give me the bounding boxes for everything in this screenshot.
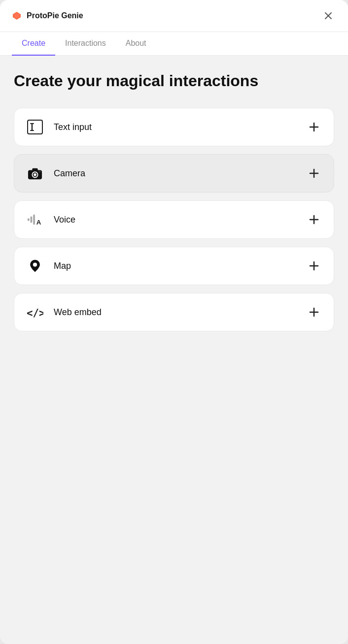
item-card-web-embed[interactable]: </> Web embed xyxy=(14,293,334,331)
plus-icon-map xyxy=(309,260,319,271)
plus-icon-voice xyxy=(309,214,319,225)
plus-icon-text-input xyxy=(309,122,319,132)
item-label-map: Map xyxy=(54,261,71,271)
item-label-web-embed: Web embed xyxy=(54,307,102,318)
svg-rect-18 xyxy=(31,217,33,223)
tab-interactions[interactable]: Interactions xyxy=(55,32,116,56)
item-card-text-input[interactable]: Text input xyxy=(14,108,334,146)
text-input-icon xyxy=(26,118,44,136)
svg-rect-19 xyxy=(33,215,35,225)
add-map-button[interactable] xyxy=(306,258,322,274)
add-voice-button[interactable] xyxy=(306,212,322,227)
web-embed-icon: </> xyxy=(26,303,44,321)
add-web-embed-button[interactable] xyxy=(306,304,322,320)
svg-rect-4 xyxy=(28,120,42,134)
tabs-bar: Create Interactions About xyxy=(0,32,348,56)
item-left-map: Map xyxy=(26,257,71,275)
svg-text:</>: </> xyxy=(27,308,43,320)
item-left-text-input: Text input xyxy=(26,118,92,136)
map-icon xyxy=(26,257,44,275)
page-title: Create your magical interactions xyxy=(14,71,334,90)
item-card-voice[interactable]: A Voice xyxy=(14,200,334,239)
camera-icon xyxy=(26,164,44,182)
item-label-text-input: Text input xyxy=(54,122,92,132)
protopie-logo-icon xyxy=(12,11,22,21)
title-bar: ProtoPie Genie xyxy=(0,0,348,32)
item-card-map[interactable]: Map xyxy=(14,247,334,285)
main-content: Create your magical interactions Text in… xyxy=(0,56,348,644)
close-icon xyxy=(324,12,332,20)
add-text-input-button[interactable] xyxy=(306,119,322,135)
svg-point-12 xyxy=(34,173,36,176)
title-bar-left: ProtoPie Genie xyxy=(12,11,83,21)
voice-icon: A xyxy=(26,211,44,228)
svg-point-23 xyxy=(33,263,37,267)
app-window: ProtoPie Genie Create Interactions About… xyxy=(0,0,348,644)
tab-create[interactable]: Create xyxy=(12,32,55,56)
close-button[interactable] xyxy=(320,8,336,24)
add-camera-button[interactable] xyxy=(306,165,322,181)
item-label-camera: Camera xyxy=(54,168,85,179)
plus-icon-camera xyxy=(309,168,319,179)
plus-icon-web-embed xyxy=(309,307,319,318)
app-title: ProtoPie Genie xyxy=(27,11,83,20)
item-left-voice: A Voice xyxy=(26,211,75,228)
item-left-web-embed: </> Web embed xyxy=(26,303,102,321)
tab-about[interactable]: About xyxy=(116,32,156,56)
svg-rect-14 xyxy=(39,171,41,173)
item-left-camera: Camera xyxy=(26,164,85,182)
item-label-voice: Voice xyxy=(54,215,75,225)
svg-rect-17 xyxy=(28,219,30,222)
item-card-camera[interactable]: Camera xyxy=(14,154,334,193)
svg-text:A: A xyxy=(36,219,41,226)
items-list: Text input xyxy=(14,108,334,331)
svg-rect-13 xyxy=(32,168,37,171)
